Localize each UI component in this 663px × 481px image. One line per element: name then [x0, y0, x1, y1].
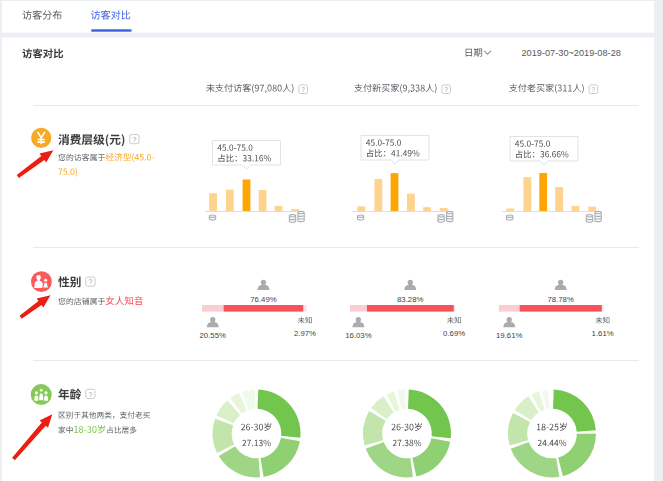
svg-text:76.49%: 76.49%	[250, 295, 277, 304]
svg-text:?: ?	[444, 86, 448, 93]
svg-text:16.03%: 16.03%	[345, 331, 372, 340]
svg-text:19.61%: 19.61%	[496, 331, 523, 340]
svg-text:?: ?	[132, 136, 136, 143]
svg-text:78.78%: 78.78%	[547, 295, 574, 304]
svg-text:83.28%: 83.28%	[397, 295, 424, 304]
svg-text:2019-07-30~2019-08-28: 2019-07-30~2019-08-28	[522, 48, 621, 58]
svg-text:?: ?	[88, 391, 92, 398]
svg-text:1.61%: 1.61%	[592, 329, 614, 338]
svg-text:0.69%: 0.69%	[443, 329, 465, 338]
svg-text:?: ?	[88, 278, 92, 285]
svg-text:20.55%: 20.55%	[200, 331, 227, 340]
svg-text:?: ?	[301, 86, 305, 93]
svg-text:2.97%: 2.97%	[294, 329, 316, 338]
svg-text:?: ?	[592, 86, 596, 93]
